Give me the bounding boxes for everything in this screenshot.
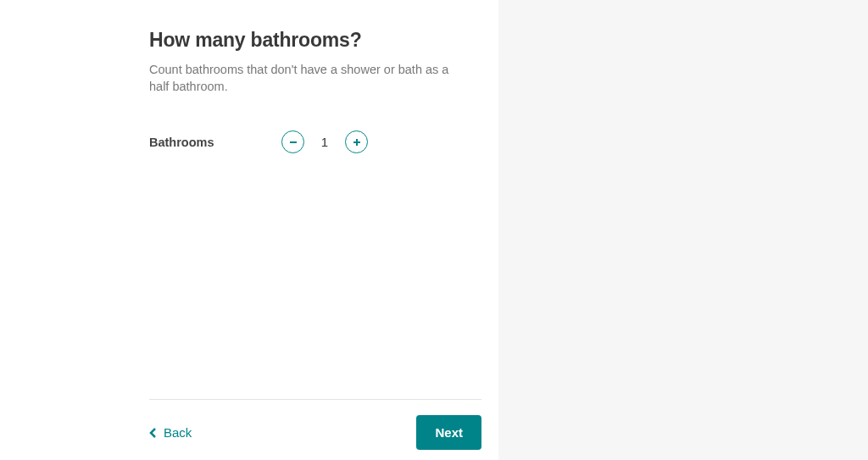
preview-panel (498, 0, 868, 460)
back-button[interactable]: Back (149, 425, 192, 440)
form-panel: How many bathrooms? Count bathrooms that… (0, 0, 498, 460)
bathrooms-stepper-row: Bathrooms 1 (149, 130, 378, 153)
decrement-button[interactable] (281, 130, 304, 153)
bathrooms-value: 1 (304, 135, 345, 149)
page-title: How many bathrooms? (149, 29, 498, 52)
footer-divider (149, 399, 481, 400)
bathrooms-label: Bathrooms (149, 136, 281, 149)
bathrooms-stepper: 1 (281, 130, 368, 153)
footer-actions: Back Next (149, 415, 481, 450)
next-button[interactable]: Next (416, 415, 481, 450)
form-footer: Back Next (149, 399, 481, 460)
back-label: Back (164, 425, 192, 440)
page-subtitle: Count bathrooms that don't have a shower… (149, 62, 463, 95)
form-content: How many bathrooms? Count bathrooms that… (0, 0, 498, 153)
chevron-left-icon (149, 427, 158, 439)
minus-icon (289, 138, 298, 147)
plus-icon (353, 138, 361, 147)
increment-button[interactable] (345, 130, 368, 153)
